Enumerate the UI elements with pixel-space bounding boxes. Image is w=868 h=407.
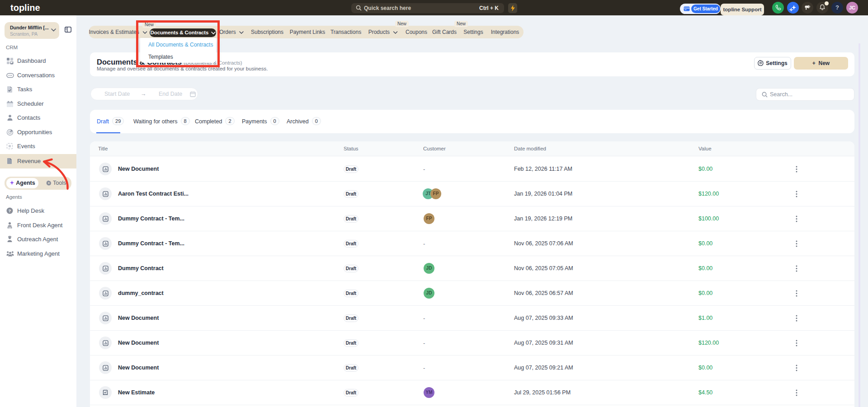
- svg-text:?: ?: [9, 208, 11, 213]
